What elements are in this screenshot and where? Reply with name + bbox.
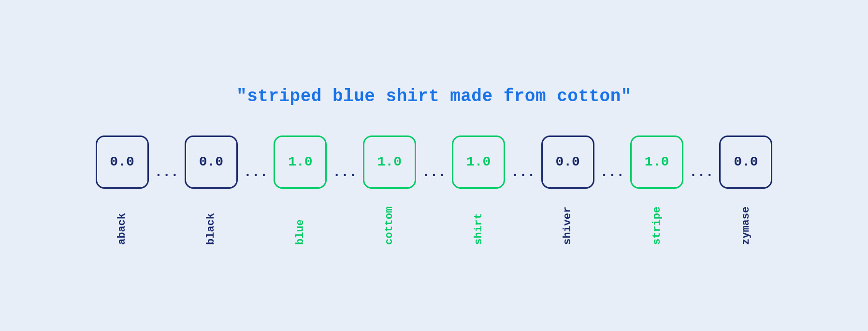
dots-separator-1: ···: [244, 168, 268, 212]
diagram: 0.0aback···0.0black···1.0blue···1.0cotto…: [96, 135, 773, 245]
token-label-shirt: shirt: [473, 196, 485, 245]
token-label-black: black: [205, 196, 217, 245]
token-group-shiver: 0.0shiver: [541, 135, 594, 245]
token-box-black: 0.0: [185, 135, 238, 189]
token-label-shiver: shiver: [562, 196, 574, 245]
token-group-aback: 0.0aback: [96, 135, 149, 245]
token-group-cottom: 1.0cottom: [363, 135, 416, 245]
token-label-aback: aback: [116, 196, 128, 245]
dots-separator-5: ···: [600, 168, 624, 212]
page-title: "striped blue shirt made from cotton": [236, 87, 632, 106]
dots-separator-0: ···: [155, 168, 179, 212]
dots-separator-4: ···: [511, 168, 535, 212]
token-box-cottom: 1.0: [363, 135, 416, 189]
token-group-shirt: 1.0shirt: [452, 135, 505, 245]
token-group-black: 0.0black: [185, 135, 238, 245]
dots-separator-3: ···: [422, 168, 446, 212]
dots-separator-6: ···: [689, 168, 713, 212]
token-label-stripe: stripe: [651, 196, 663, 245]
token-label-blue: blue: [294, 196, 306, 245]
token-box-aback: 0.0: [96, 135, 149, 189]
token-group-stripe: 1.0stripe: [630, 135, 683, 245]
dots-separator-2: ···: [333, 168, 357, 212]
token-label-cottom: cottom: [383, 196, 395, 245]
token-group-blue: 1.0blue: [274, 135, 327, 245]
token-box-shiver: 0.0: [541, 135, 594, 189]
token-box-shirt: 1.0: [452, 135, 505, 189]
token-group-zymase: 0.0zymase: [719, 135, 772, 245]
token-label-zymase: zymase: [740, 196, 752, 245]
token-box-stripe: 1.0: [630, 135, 683, 189]
token-box-zymase: 0.0: [719, 135, 772, 189]
token-box-blue: 1.0: [274, 135, 327, 189]
